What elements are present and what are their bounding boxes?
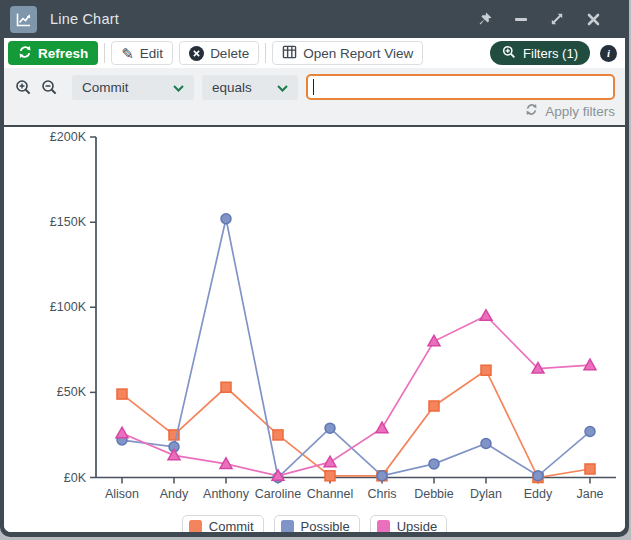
possible-swatch: [281, 520, 294, 532]
filter-field-select[interactable]: Commit: [72, 75, 194, 100]
pin-icon[interactable]: [477, 11, 493, 27]
magnifier-plus-icon: [502, 45, 516, 62]
legend-label: Commit: [209, 519, 254, 532]
svg-text:Alison: Alison: [105, 487, 139, 501]
svg-text:£150K: £150K: [50, 215, 87, 229]
filter-field-value: Commit: [82, 80, 129, 95]
svg-text:Chris: Chris: [367, 487, 396, 501]
toolbar-divider: [265, 43, 266, 63]
refresh-button[interactable]: Refresh: [8, 41, 98, 65]
pencil-icon: ✎: [121, 46, 134, 61]
legend-item-commit[interactable]: Commit: [182, 515, 264, 532]
toolbar: Refresh ✎ Edit Delete: [4, 38, 625, 68]
open-report-view-button[interactable]: Open Report View: [272, 41, 423, 65]
refresh-icon: [18, 45, 32, 62]
legend-label: Upside: [397, 519, 437, 532]
line-chart-icon: [10, 6, 37, 33]
refresh-icon: [525, 103, 538, 119]
line-chart-window: Line Chart: [0, 0, 629, 537]
svg-text:£50K: £50K: [57, 385, 87, 399]
window-controls: [477, 11, 601, 27]
apply-filters-button[interactable]: Apply filters: [14, 100, 615, 122]
svg-text:Dylan: Dylan: [470, 487, 502, 501]
filter-operator-value: equals: [212, 80, 252, 95]
chart-panel: £0K£50K£100K£150K£200KAlisonAndyAnthonyC…: [4, 127, 625, 532]
svg-text:Eddy: Eddy: [524, 487, 553, 501]
refresh-label: Refresh: [38, 46, 88, 61]
svg-text:Channel: Channel: [307, 487, 354, 501]
legend-label: Possible: [301, 519, 350, 532]
svg-text:Caroline: Caroline: [255, 487, 302, 501]
minimize-icon[interactable]: [513, 11, 529, 27]
svg-text:£0K: £0K: [64, 471, 87, 485]
filters-button[interactable]: Filters (1): [490, 41, 590, 65]
chart-legend: Commit Possible Upside: [4, 515, 625, 532]
svg-text:£100K: £100K: [50, 300, 87, 314]
filterbar: Commit equals: [4, 68, 625, 127]
svg-text:Jane: Jane: [576, 487, 603, 501]
filter-operator-select[interactable]: equals: [202, 75, 298, 100]
filters-label: Filters (1): [523, 46, 578, 61]
zoom-in-icon[interactable]: [14, 78, 32, 96]
apply-filters-label: Apply filters: [545, 104, 615, 119]
commit-swatch: [189, 520, 202, 532]
edit-button[interactable]: ✎ Edit: [111, 41, 173, 65]
legend-item-upside[interactable]: Upside: [370, 515, 447, 532]
zoom-out-icon[interactable]: [40, 78, 58, 96]
open-report-view-label: Open Report View: [303, 46, 413, 61]
line-chart: £0K£50K£100K£150K£200KAlisonAndyAnthonyC…: [4, 127, 625, 511]
svg-text:Debbie: Debbie: [414, 487, 454, 501]
filter-value-input[interactable]: [306, 74, 615, 100]
expand-icon[interactable]: [549, 11, 565, 27]
window-content: Refresh ✎ Edit Delete: [4, 38, 625, 532]
delete-label: Delete: [210, 46, 249, 61]
info-icon[interactable]: i: [600, 45, 617, 62]
svg-text:Andy: Andy: [160, 487, 189, 501]
table-icon: [282, 45, 297, 62]
text-caret: [313, 79, 314, 95]
close-icon[interactable]: [585, 11, 601, 27]
legend-item-possible[interactable]: Possible: [274, 515, 360, 532]
chevron-down-icon: [277, 80, 288, 95]
delete-button[interactable]: Delete: [179, 41, 259, 65]
upside-swatch: [377, 520, 390, 532]
edit-label: Edit: [140, 46, 163, 61]
chevron-down-icon: [173, 80, 184, 95]
svg-text:Anthony: Anthony: [203, 487, 250, 501]
delete-x-circle-icon: [189, 46, 204, 61]
toolbar-divider: [104, 43, 105, 63]
window-title: Line Chart: [50, 11, 477, 27]
titlebar: Line Chart: [4, 0, 625, 38]
svg-text:£200K: £200K: [50, 130, 87, 144]
